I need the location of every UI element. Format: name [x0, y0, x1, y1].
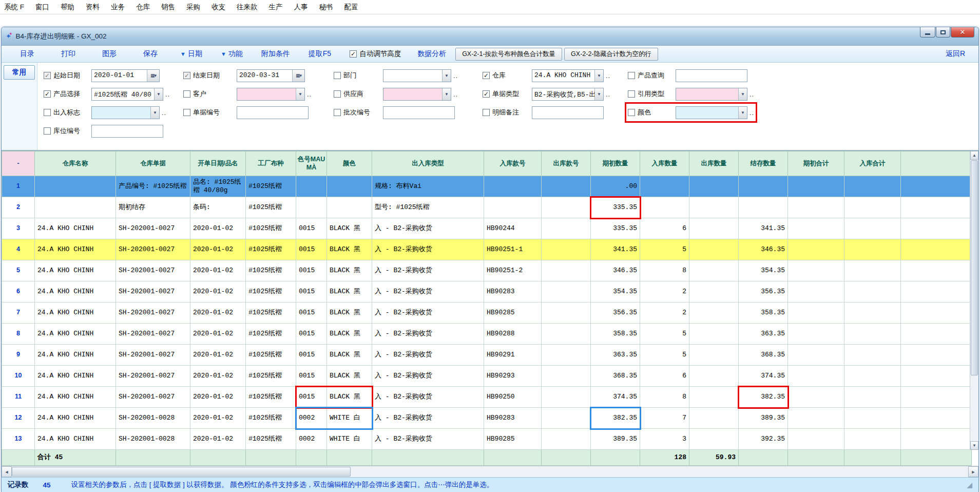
- color-picker-dots[interactable]: ..: [750, 109, 754, 117]
- menu-item[interactable]: 秘书: [319, 3, 333, 12]
- table-cell[interactable]: #1025纸褶: [246, 281, 296, 302]
- menu-item[interactable]: 往来款: [237, 3, 258, 12]
- table-cell[interactable]: #1025纸褶: [246, 345, 296, 366]
- table-cell[interactable]: SH-202001-0027: [116, 239, 190, 260]
- table-cell[interactable]: 8: [640, 260, 689, 281]
- table-cell[interactable]: [901, 408, 972, 429]
- inout-flag-select[interactable]: ▼: [91, 106, 160, 119]
- product-select-combo[interactable]: #1025纸褶 40/80▼: [91, 88, 163, 101]
- table-cell[interactable]: BLACK 黑: [327, 366, 372, 387]
- table-cell[interactable]: [542, 281, 591, 302]
- inout-flag-checkbox[interactable]: [44, 109, 51, 116]
- table-cell[interactable]: [788, 387, 844, 408]
- table-cell[interactable]: [689, 408, 739, 429]
- menu-item[interactable]: 人事: [294, 3, 308, 12]
- table-cell[interactable]: SH-202001-0027: [116, 345, 190, 366]
- table-cell[interactable]: 入 - B2-采购收货: [372, 429, 484, 450]
- table-cell[interactable]: 7: [640, 408, 689, 429]
- table-cell[interactable]: SH-202001-0027: [116, 281, 190, 302]
- column-header[interactable]: 仓库名称: [35, 152, 116, 176]
- table-cell[interactable]: 2020-01-02: [190, 387, 246, 408]
- table-cell[interactable]: [689, 197, 739, 218]
- table-cell[interactable]: [844, 429, 901, 450]
- data-analysis-button[interactable]: 数据分析: [417, 49, 446, 59]
- table-cell[interactable]: [689, 302, 739, 324]
- column-header[interactable]: 出入库类型: [372, 152, 484, 176]
- table-cell[interactable]: [689, 176, 739, 197]
- table-cell[interactable]: 2: [640, 281, 689, 302]
- table-cell[interactable]: 0015: [296, 302, 327, 324]
- table-cell[interactable]: 368.35: [591, 366, 640, 387]
- table-cell[interactable]: WHITE 白: [327, 408, 372, 429]
- table-cell[interactable]: [689, 239, 739, 260]
- table-cell[interactable]: 2020-01-02: [190, 281, 246, 302]
- warehouse-checkbox[interactable]: [483, 72, 490, 79]
- table-cell[interactable]: [901, 218, 972, 239]
- table-cell[interactable]: [542, 197, 591, 218]
- table-row[interactable]: 324.A KHO CHINHSH-202001-00272020-01-02#…: [2, 218, 972, 239]
- table-row[interactable]: 1产品编号: #1025纸褶品名: #1025纸褶 40/80g#1025纸褶规…: [2, 176, 972, 197]
- column-header[interactable]: 期初数量: [591, 152, 640, 176]
- table-cell[interactable]: 382.35: [739, 387, 788, 408]
- table-cell[interactable]: 356.35: [591, 302, 640, 324]
- warehouse-picker-dots[interactable]: ..: [606, 72, 610, 80]
- table-cell[interactable]: 0015: [296, 218, 327, 239]
- table-cell[interactable]: [901, 387, 972, 408]
- table-cell[interactable]: .00: [591, 176, 640, 197]
- return-button[interactable]: 返回R: [946, 49, 965, 59]
- table-cell[interactable]: 7: [2, 302, 35, 324]
- table-cell[interactable]: [844, 345, 901, 366]
- table-cell[interactable]: 规格: 布料Vai: [372, 176, 484, 197]
- table-row[interactable]: 1124.A KHO CHINHSH-202001-00272020-01-02…: [2, 387, 972, 408]
- table-cell[interactable]: [788, 176, 844, 197]
- department-checkbox[interactable]: [334, 72, 341, 79]
- menu-item[interactable]: 采购: [186, 3, 200, 12]
- table-cell[interactable]: HB90283: [484, 408, 542, 429]
- table-cell[interactable]: HB90251-1: [484, 239, 542, 260]
- customer-checkbox[interactable]: [183, 90, 190, 98]
- batch-no-input[interactable]: [383, 106, 455, 119]
- column-header[interactable]: 工厂布种: [246, 152, 296, 176]
- product-query-checkbox[interactable]: [628, 72, 635, 79]
- table-cell[interactable]: 2020-01-02: [190, 218, 246, 239]
- table-cell[interactable]: #1025纸褶: [246, 302, 296, 324]
- table-cell[interactable]: #1025纸褶: [246, 176, 296, 197]
- auto-height-checkbox[interactable]: [350, 50, 357, 58]
- customer-select[interactable]: ▼: [237, 88, 305, 101]
- table-cell[interactable]: [689, 281, 739, 302]
- doc-no-input[interactable]: [237, 106, 309, 119]
- minimize-button[interactable]: [920, 27, 935, 37]
- supplier-checkbox[interactable]: [334, 90, 341, 98]
- table-cell[interactable]: HB90251-2: [484, 260, 542, 281]
- end-date-checkbox[interactable]: [183, 72, 190, 79]
- table-row[interactable]: 924.A KHO CHINHSH-202001-00272020-01-02#…: [2, 345, 972, 366]
- table-cell[interactable]: BLACK 黑: [327, 218, 372, 239]
- table-cell[interactable]: BLACK 黑: [327, 387, 372, 408]
- table-cell[interactable]: 354.35: [739, 260, 788, 281]
- table-cell[interactable]: SH-202001-0028: [116, 429, 190, 450]
- supplier-select[interactable]: ▼: [383, 88, 451, 101]
- doc-type-checkbox[interactable]: [483, 90, 490, 98]
- table-cell[interactable]: HB90291: [484, 345, 542, 366]
- color-checkbox[interactable]: [628, 109, 635, 116]
- table-cell[interactable]: 389.35: [739, 408, 788, 429]
- table-cell[interactable]: [296, 176, 327, 197]
- table-cell[interactable]: 产品编号: #1025纸褶: [116, 176, 190, 197]
- department-picker-dots[interactable]: ..: [453, 72, 458, 80]
- table-cell[interactable]: [542, 387, 591, 408]
- table-cell[interactable]: [542, 302, 591, 324]
- doc-type-picker-dots[interactable]: ..: [606, 90, 610, 98]
- table-row[interactable]: 424.A KHO CHINHSH-202001-00272020-01-02#…: [2, 239, 972, 260]
- table-cell[interactable]: 24.A KHO CHINH: [35, 302, 116, 324]
- table-cell[interactable]: [788, 260, 844, 281]
- table-cell[interactable]: BLACK 黑: [327, 324, 372, 345]
- column-header[interactable]: 出库数量: [689, 152, 739, 176]
- gx21-button[interactable]: GX-2-1-按款号布种颜色合计数量: [455, 48, 562, 61]
- table-cell[interactable]: [640, 197, 689, 218]
- table-cell[interactable]: [788, 429, 844, 450]
- table-cell[interactable]: SH-202001-0027: [116, 387, 190, 408]
- table-cell[interactable]: 335.35: [591, 218, 640, 239]
- table-cell[interactable]: #1025纸褶: [246, 239, 296, 260]
- menu-item[interactable]: 配置: [344, 3, 358, 12]
- table-cell[interactable]: 入 - B2-采购收货: [372, 281, 484, 302]
